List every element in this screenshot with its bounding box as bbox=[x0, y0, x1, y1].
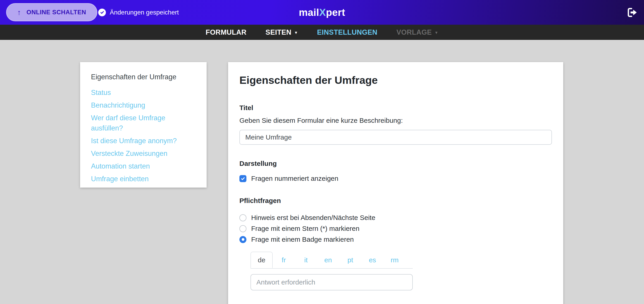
sidebar-link-anonym[interactable]: Ist diese Umfrage anonym? bbox=[91, 136, 196, 146]
nav-tab-einstellungen[interactable]: EINSTELLUNGEN bbox=[317, 28, 378, 37]
mandatory-question-options: Hinweis erst bei Absenden/Nächste Seite … bbox=[240, 212, 552, 245]
logout-button[interactable] bbox=[626, 7, 638, 18]
numbered-questions-label[interactable]: Fragen nummeriert anzeigen bbox=[251, 175, 338, 182]
titel-section: Titel Geben Sie diesem Formular eine kur… bbox=[240, 104, 552, 145]
settings-sidebar: Eigenschaften der Umfrage Status Benachr… bbox=[80, 62, 206, 188]
numbered-questions-checkbox[interactable] bbox=[240, 175, 246, 182]
online-schalten-button[interactable]: ↑ ONLINE SCHALTEN bbox=[6, 3, 97, 21]
chevron-down-icon: ▼ bbox=[294, 31, 298, 35]
sidebar-link-wer-darf-ausfuellen[interactable]: Wer darf diese Umfrage ausfüllen? bbox=[91, 113, 196, 133]
language-tab-it[interactable]: it bbox=[295, 252, 317, 268]
option-row-badge: Frage mit einem Badge markieren bbox=[240, 234, 552, 245]
language-tabs: de fr it en pt es rm bbox=[250, 252, 413, 269]
darstellung-label: Darstellung bbox=[240, 160, 552, 167]
mailxpert-logo: mailXpert bbox=[299, 7, 345, 18]
up-arrow-icon: ↑ bbox=[17, 9, 21, 16]
chevron-down-icon: ▼ bbox=[434, 31, 438, 35]
check-icon bbox=[240, 176, 245, 181]
nav-tab-formular[interactable]: FORMULAR bbox=[206, 28, 247, 37]
badge-text-config: de fr it en pt es rm bbox=[250, 252, 552, 290]
language-tab-rm[interactable]: rm bbox=[384, 252, 406, 268]
language-tab-es[interactable]: es bbox=[361, 252, 384, 268]
nav-tab-seiten[interactable]: SEITEN ▼ bbox=[266, 28, 298, 37]
darstellung-section: Darstellung Fragen nummeriert anzeigen bbox=[240, 160, 552, 182]
survey-title-input[interactable] bbox=[240, 130, 552, 145]
badge-text-input[interactable] bbox=[250, 274, 413, 290]
sidebar-link-umfrage-einbetten[interactable]: Umfrage einbetten bbox=[91, 174, 196, 184]
logout-icon bbox=[626, 7, 638, 18]
sidebar-link-benachrichtigung[interactable]: Benachrichtigung bbox=[91, 100, 196, 111]
sidebar-link-versteckte-zuweisungen[interactable]: Versteckte Zuweisungen bbox=[91, 149, 196, 159]
sidebar-link-status[interactable]: Status bbox=[91, 88, 196, 98]
logo-accent-x: X bbox=[319, 7, 326, 18]
radio-hinweis-absenden[interactable] bbox=[240, 214, 246, 221]
sidebar-link-automation-starten[interactable]: Automation starten bbox=[91, 161, 196, 171]
save-status-text: Änderungen gespeichert bbox=[110, 9, 179, 16]
option-row-hinweis: Hinweis erst bei Absenden/Nächste Seite bbox=[240, 212, 552, 223]
language-tab-de[interactable]: de bbox=[250, 252, 273, 268]
titel-description: Geben Sie diesem Formular eine kurze Bes… bbox=[240, 117, 552, 124]
survey-properties-panel: Eigenschaften der Umfrage Titel Geben Si… bbox=[228, 62, 563, 304]
titel-label: Titel bbox=[240, 104, 552, 112]
page-title: Eigenschaften der Umfrage bbox=[240, 74, 552, 86]
nav-tab-vorlage[interactable]: VORLAGE ▼ bbox=[396, 28, 438, 37]
online-schalten-label: ONLINE SCHALTEN bbox=[26, 9, 86, 16]
check-circle-icon bbox=[98, 9, 106, 16]
radio-stern-markieren[interactable] bbox=[240, 225, 246, 232]
sidebar-title: Eigenschaften der Umfrage bbox=[91, 72, 196, 82]
option-row-stern: Frage mit einem Stern (*) markieren bbox=[240, 223, 552, 234]
numbered-questions-row: Fragen nummeriert anzeigen bbox=[240, 175, 552, 182]
language-tab-en[interactable]: en bbox=[317, 252, 339, 268]
radio-badge-markieren[interactable] bbox=[240, 236, 246, 243]
pflichtfragen-label: Pflichtfragen bbox=[240, 197, 552, 205]
language-tab-fr[interactable]: fr bbox=[273, 252, 295, 268]
language-tab-pt[interactable]: pt bbox=[339, 252, 361, 268]
main-nav: FORMULAR SEITEN ▼ EINSTELLUNGEN VORLAGE … bbox=[0, 25, 644, 40]
save-status: Änderungen gespeichert bbox=[98, 0, 179, 25]
pflichtfragen-section: Pflichtfragen Hinweis erst bei Absenden/… bbox=[240, 197, 552, 290]
app-header: ↑ ONLINE SCHALTEN Änderungen gespeichert… bbox=[0, 0, 644, 25]
page-content: Eigenschaften der Umfrage Status Benachr… bbox=[0, 40, 644, 304]
